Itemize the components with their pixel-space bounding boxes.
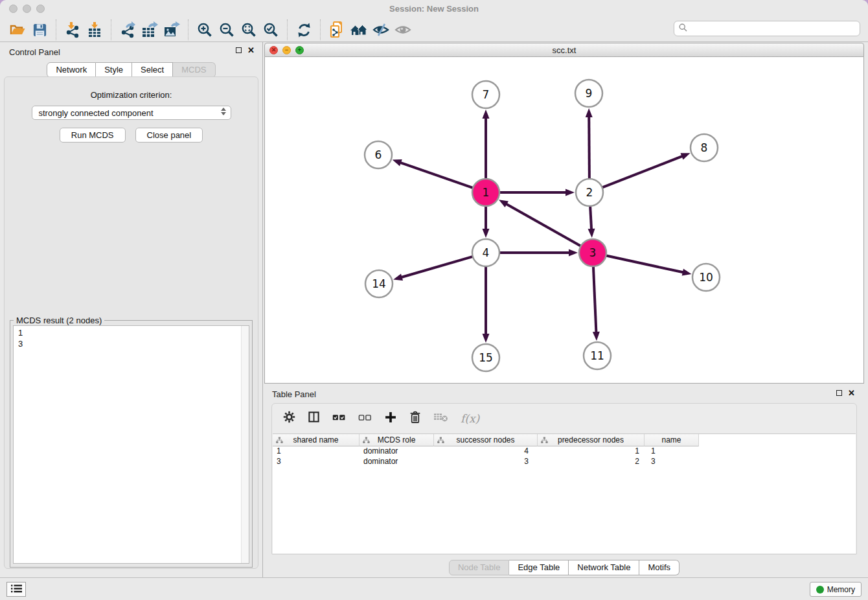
tab-style[interactable]: Style: [96, 62, 132, 78]
graph-edge[interactable]: [590, 205, 591, 230]
eye-slash-icon: [372, 22, 390, 38]
graph-edge[interactable]: [605, 255, 684, 273]
table-row[interactable]: 1dominator411: [273, 446, 856, 457]
save-session-button[interactable]: [29, 20, 51, 40]
search-input[interactable]: [691, 24, 860, 34]
graph-node-label: 2: [586, 186, 593, 199]
zoom-selected-button[interactable]: [260, 20, 282, 40]
show-all-button[interactable]: [392, 20, 414, 40]
select-all-button[interactable]: [332, 412, 346, 424]
graph-edge[interactable]: [593, 265, 597, 333]
tab-select[interactable]: Select: [132, 62, 173, 78]
zoom-selected-icon: [262, 21, 279, 38]
export-image-button[interactable]: [161, 20, 183, 40]
table-cell[interactable]: 3: [273, 457, 360, 467]
table-cell[interactable]: dominator: [360, 446, 434, 457]
graph-node-label: 3: [589, 246, 597, 259]
function-builder-button[interactable]: f(x): [461, 412, 479, 425]
graph-edge[interactable]: [601, 156, 683, 188]
run-mcds-button[interactable]: Run MCDS: [60, 128, 126, 143]
optimization-label: Optimization criterion:: [5, 90, 258, 100]
table-toolbar: f(x): [272, 404, 856, 433]
task-history-button[interactable]: [6, 582, 26, 597]
zoom-out-button[interactable]: [216, 20, 238, 40]
edge-arrowhead: [569, 249, 578, 257]
graph-node-label: 8: [701, 141, 708, 154]
tab-node-table[interactable]: Node Table: [449, 560, 510, 575]
search-icon: [679, 23, 687, 34]
delete-table-button[interactable]: [433, 412, 448, 425]
table-cell[interactable]: 3: [434, 457, 538, 467]
close-panel-icon[interactable]: ✕: [247, 47, 255, 53]
network-titlebar: ✕ − + scc.txt: [264, 43, 864, 57]
mcds-result-title: MCDS result (2 nodes): [14, 316, 104, 325]
table-cell[interactable]: 1: [273, 446, 360, 457]
column-header-successor-nodes[interactable]: successor nodes: [434, 434, 538, 446]
edge-arrowhead: [588, 229, 595, 238]
close-panel-button[interactable]: Close panel: [135, 128, 203, 143]
export-table-button[interactable]: [139, 20, 161, 40]
network-canvas[interactable]: 1234678910111415: [264, 57, 864, 384]
edge-arrowhead: [593, 332, 600, 341]
open-session-button[interactable]: [6, 20, 29, 40]
tab-edge-table[interactable]: Edge Table: [509, 560, 569, 575]
graph-edge[interactable]: [401, 256, 474, 277]
clone-network-button[interactable]: [326, 20, 348, 40]
tab-network[interactable]: Network: [47, 62, 96, 78]
column-header-MCDS-role[interactable]: MCDS role: [360, 434, 434, 446]
import-network-button[interactable]: [62, 20, 84, 40]
refresh-button[interactable]: [293, 20, 315, 40]
export-image-icon: [163, 21, 181, 38]
zoom-fit-button[interactable]: [238, 20, 260, 40]
table-panel-tabs: Node TableEdge TableNetwork TableMotifs: [264, 560, 864, 575]
delete-column-button[interactable]: [409, 411, 421, 426]
zoom-in-button[interactable]: [194, 20, 216, 40]
graph-node-label: 6: [375, 148, 382, 161]
graph-edge[interactable]: [589, 116, 589, 180]
table-cell[interactable]: 3: [645, 457, 699, 467]
hide-selected-button[interactable]: [370, 20, 392, 40]
mcds-result-area[interactable]: 1 3: [13, 325, 249, 564]
control-panel-tabs: NetworkStyleSelectMCDS: [0, 62, 262, 78]
graph-node-label: 7: [483, 88, 490, 101]
search-field[interactable]: [674, 21, 860, 36]
tab-mcds[interactable]: MCDS: [173, 62, 215, 78]
table-cell[interactable]: 2: [538, 457, 645, 467]
import-table-button[interactable]: [84, 20, 106, 40]
result-scrollbar[interactable]: [241, 326, 249, 563]
table-cell[interactable]: 1: [645, 446, 699, 457]
merge-columns-button[interactable]: [308, 411, 320, 426]
first-neighbors-button[interactable]: [348, 20, 370, 40]
network-view-window: ✕ − + scc.txt 1234678910111415: [264, 43, 864, 384]
tab-network-table[interactable]: Network Table: [569, 560, 639, 575]
float-panel-icon[interactable]: [236, 47, 242, 53]
table-cell[interactable]: 4: [434, 446, 538, 457]
float-table-panel-icon[interactable]: [836, 390, 842, 396]
tab-motifs[interactable]: Motifs: [639, 560, 680, 575]
table-cell[interactable]: dominator: [360, 457, 434, 467]
add-column-button[interactable]: [384, 411, 397, 426]
deselect-all-button[interactable]: [358, 412, 372, 424]
memory-button[interactable]: Memory: [810, 582, 862, 597]
content-area: Control Panel ✕ NetworkStyleSelectMCDS O…: [0, 42, 868, 577]
export-network-button[interactable]: [117, 20, 139, 40]
mcds-result-group: MCDS result (2 nodes) 1 3: [10, 320, 253, 568]
table-cell[interactable]: 1: [538, 446, 645, 457]
graph-edge[interactable]: [505, 203, 582, 246]
edge-arrowhead: [565, 189, 575, 196]
edge-arrowhead: [681, 153, 691, 159]
network-title: scc.txt: [265, 45, 863, 55]
edge-arrowhead: [586, 108, 593, 117]
close-table-panel-icon[interactable]: ✕: [848, 390, 855, 396]
eye-icon: [394, 23, 412, 37]
zoom-in-icon: [196, 21, 213, 38]
column-header-shared-name[interactable]: shared name: [273, 434, 360, 446]
column-header-name[interactable]: name: [645, 434, 699, 446]
node-table: shared nameMCDS rolesuccessor nodesprede…: [273, 433, 856, 553]
save-floppy-icon: [32, 23, 47, 38]
criterion-select[interactable]: strongly connected component: [32, 106, 231, 120]
column-header-predecessor-nodes[interactable]: predecessor nodes: [538, 434, 645, 446]
table-row[interactable]: 3dominator323: [273, 457, 856, 467]
column-settings-button[interactable]: [283, 411, 295, 426]
graph-edge[interactable]: [400, 163, 474, 189]
